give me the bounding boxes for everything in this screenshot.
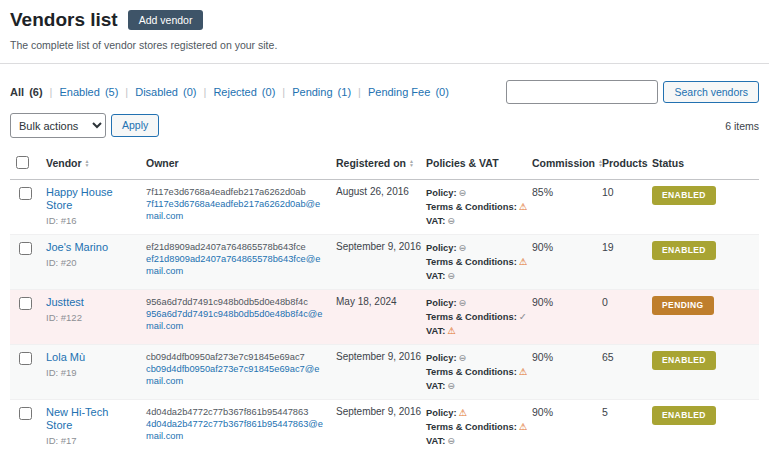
- terms-label: Terms & Conditions:: [426, 422, 517, 432]
- products-count: 19: [596, 235, 646, 290]
- add-vendor-button[interactable]: Add vendor: [128, 10, 204, 31]
- vendor-name-link[interactable]: Justtest: [46, 296, 84, 309]
- apply-button[interactable]: Apply: [111, 114, 159, 137]
- table-body: Happy House Store ID: #16 7f117e3d6768a4…: [10, 180, 759, 452]
- select-row-checkbox[interactable]: [19, 297, 32, 310]
- table-header-row: Vendor▲▼ Owner Registered on▲▼ Policies …: [10, 147, 759, 180]
- tab-all: All (6): [10, 86, 43, 98]
- tab-count: (0): [262, 86, 275, 98]
- select-all-checkbox[interactable]: [16, 156, 29, 169]
- terms-status-icon: ⚠: [519, 366, 528, 377]
- status-cell: ENABLED: [646, 400, 759, 452]
- owner-name: cb09d4dfb0950af273e7c91845e69ac7: [146, 351, 324, 363]
- column-header-products: Products: [602, 157, 648, 169]
- vendors-page: Vendors list Add vendor The complete lis…: [0, 0, 769, 452]
- products-count: 10: [596, 180, 646, 235]
- owner-email-link[interactable]: 4d04da2b4772c77b367f861b95447863@email.c…: [146, 418, 324, 442]
- tab-label: Disabled: [135, 86, 178, 98]
- owner-email-link[interactable]: 7f117e3d6768a4eadfeb217a6262d0ab@email.c…: [146, 198, 324, 222]
- owner-email-link[interactable]: ef21d8909ad2407a764865578b643fce@email.c…: [146, 253, 324, 277]
- tab-pending: Pending (1): [275, 86, 351, 98]
- vendor-cell: Joe's Marino ID: #20: [40, 235, 140, 290]
- status-filter-tabs: All (6) Enabled (5) Disabled (0) Rejecte…: [10, 86, 449, 98]
- owner-email-link[interactable]: cb09d4dfb0950af273e7c91845e69ac7@email.c…: [146, 363, 324, 387]
- vendors-table: Vendor▲▼ Owner Registered on▲▼ Policies …: [10, 147, 759, 452]
- commission-value: 90%: [526, 235, 596, 290]
- owner-cell: 4d04da2b4772c77b367f861b95447863 4d04da2…: [140, 400, 330, 452]
- column-header-owner: Owner: [146, 157, 179, 169]
- tab-label: All: [10, 86, 24, 98]
- vat-status-icon: ⊖: [447, 270, 455, 281]
- vendor-name-link[interactable]: New Hi-Tech Store: [46, 406, 134, 432]
- commission-value: 85%: [526, 180, 596, 235]
- owner-cell: cb09d4dfb0950af273e7c91845e69ac7 cb09d4d…: [140, 345, 330, 400]
- vendor-name-link[interactable]: Lola Mù: [46, 351, 85, 364]
- column-header-vendor[interactable]: Vendor▲▼: [46, 157, 90, 169]
- tab-pending-link[interactable]: Pending (1): [292, 86, 351, 98]
- policy-label: Policy:: [426, 298, 456, 308]
- policy-status-icon: ⊖: [458, 242, 466, 253]
- tab-enabled-link[interactable]: Enabled (5): [59, 86, 118, 98]
- products-count: 0: [596, 290, 646, 345]
- tab-count: (0): [183, 86, 196, 98]
- select-row-checkbox[interactable]: [19, 242, 32, 255]
- vat-label: VAT:: [426, 326, 445, 336]
- search-box: Search vendors: [506, 80, 759, 104]
- status-cell: ENABLED: [646, 235, 759, 290]
- column-header-commission[interactable]: Commission▲▼: [532, 157, 603, 169]
- table-row: Lola Mù ID: #19 cb09d4dfb0950af273e7c918…: [10, 345, 759, 400]
- vat-status-icon: ⊖: [447, 380, 455, 391]
- vendor-cell: Justtest ID: #122: [40, 290, 140, 345]
- policies-vat-cell: Policy:⚠ Terms & Conditions:⚠ VAT:⊖: [420, 400, 526, 452]
- tab-label: Pending: [292, 86, 332, 98]
- select-row-checkbox[interactable]: [19, 352, 32, 365]
- registered-on: September 9, 2016: [330, 235, 420, 290]
- tab-label: Pending Fee: [368, 86, 430, 98]
- column-label: Commission: [532, 157, 595, 169]
- tab-pending-fee: Pending Fee (0): [351, 86, 449, 98]
- tab-count: (5): [105, 86, 118, 98]
- terms-status-icon: ⚠: [519, 256, 528, 267]
- vat-status-icon: ⊖: [447, 435, 455, 446]
- vat-label: VAT:: [426, 381, 445, 391]
- policies-vat-cell: Policy:⊖ Terms & Conditions:✓ VAT:⚠: [420, 290, 526, 345]
- tab-rejected-link[interactable]: Rejected (0): [213, 86, 275, 98]
- policy-status-icon: ⚠: [458, 407, 467, 418]
- filters-row: All (6) Enabled (5) Disabled (0) Rejecte…: [10, 80, 759, 104]
- policies-vat-cell: Policy:⊖ Terms & Conditions:⚠ VAT:⊖: [420, 235, 526, 290]
- status-badge: ENABLED: [652, 186, 716, 205]
- table-row: New Hi-Tech Store ID: #17 4d04da2b4772c7…: [10, 400, 759, 452]
- tab-disabled-link[interactable]: Disabled (0): [135, 86, 196, 98]
- tab-pending-fee-link[interactable]: Pending Fee (0): [368, 86, 449, 98]
- select-row-checkbox[interactable]: [19, 407, 32, 420]
- policy-label: Policy:: [426, 188, 456, 198]
- search-input[interactable]: [506, 80, 658, 104]
- tab-count: (0): [435, 86, 448, 98]
- vat-label: VAT:: [426, 271, 445, 281]
- policy-status-icon: ⊖: [458, 187, 466, 198]
- column-label: Vendor: [46, 157, 82, 169]
- policy-status-icon: ⊖: [458, 352, 466, 363]
- bulk-actions-select[interactable]: Bulk actions: [10, 113, 106, 138]
- column-header-status: Status: [652, 157, 684, 169]
- status-badge: ENABLED: [652, 351, 716, 370]
- status-badge: PENDING: [652, 296, 714, 315]
- status-cell: ENABLED: [646, 345, 759, 400]
- owner-cell: 7f117e3d6768a4eadfeb217a6262d0ab 7f117e3…: [140, 180, 330, 235]
- vendor-cell: New Hi-Tech Store ID: #17: [40, 400, 140, 452]
- column-header-registered-on[interactable]: Registered on▲▼: [336, 157, 414, 169]
- status-cell: PENDING: [646, 290, 759, 345]
- tab-all-link[interactable]: All (6): [10, 86, 43, 98]
- policy-label: Policy:: [426, 243, 456, 253]
- vendor-name-link[interactable]: Happy House Store: [46, 186, 134, 212]
- owner-email-link[interactable]: 956a6d7dd7491c948b0db5d0e48b8f4c@email.c…: [146, 308, 324, 332]
- tab-label: Rejected: [213, 86, 256, 98]
- select-row-checkbox[interactable]: [19, 187, 32, 200]
- owner-cell: ef21d8909ad2407a764865578b643fce ef21d89…: [140, 235, 330, 290]
- vendor-name-link[interactable]: Joe's Marino: [46, 241, 108, 254]
- search-vendors-button[interactable]: Search vendors: [663, 81, 759, 104]
- policies-vat-cell: Policy:⊖ Terms & Conditions:⚠ VAT:⊖: [420, 180, 526, 235]
- page-subtitle: The complete list of vendor stores regis…: [10, 39, 759, 51]
- status-badge: ENABLED: [652, 406, 716, 425]
- table-row: Justtest ID: #122 956a6d7dd7491c948b0db5…: [10, 290, 759, 345]
